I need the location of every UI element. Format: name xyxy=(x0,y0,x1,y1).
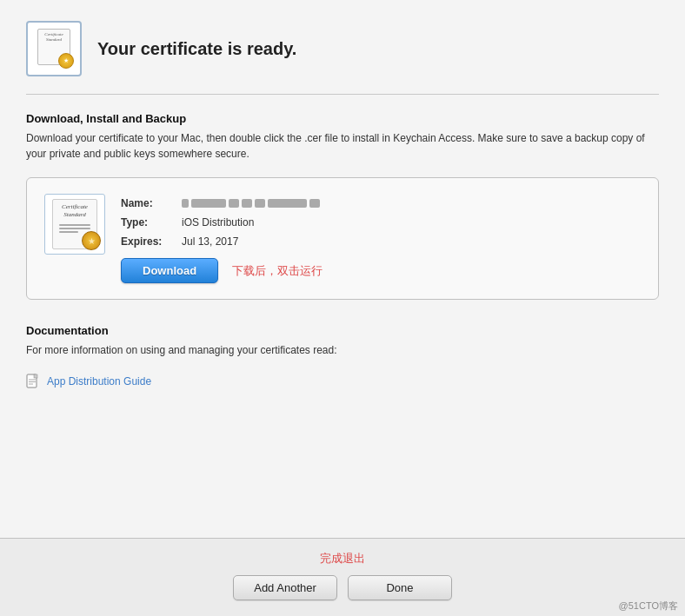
cert-card-icon: CertificateStandard xyxy=(44,194,105,255)
download-section-title: Download, Install and Backup xyxy=(26,112,659,125)
cert-seal-icon: ★ xyxy=(58,53,74,69)
exit-link[interactable]: 完成退出 xyxy=(320,551,365,566)
doc-link-row: App Distribution Guide xyxy=(26,374,659,389)
cert-type-row: Type: iOS Distribution xyxy=(121,216,641,229)
footer-buttons: Add Another Done xyxy=(233,575,452,600)
footer: 完成退出 Add Another Done xyxy=(0,538,685,616)
download-section-desc: Download your certificate to your Mac, t… xyxy=(26,130,659,162)
document-icon xyxy=(26,374,40,389)
doc-section-title: Documentation xyxy=(26,324,659,337)
done-button[interactable]: Done xyxy=(348,575,452,600)
download-install-backup-section: Download, Install and Backup Download yo… xyxy=(26,112,659,162)
main-container: Certificate Standard ★ Your certificate … xyxy=(0,0,685,616)
cert-type-value: iOS Distribution xyxy=(182,216,254,229)
cert-info-panel: Name: Type: iOS Distribution xyxy=(121,194,641,283)
cert-expires-value: Jul 13, 2017 xyxy=(182,235,238,248)
download-button[interactable]: Download xyxy=(121,258,218,283)
expires-label: Expires: xyxy=(121,235,182,248)
app-distribution-guide-link[interactable]: App Distribution Guide xyxy=(47,375,151,387)
cert-card-seal-icon xyxy=(82,231,101,250)
type-label: Type: xyxy=(121,216,182,229)
header-section: Certificate Standard ★ Your certificate … xyxy=(0,0,685,94)
doc-section-desc: For more information on using and managi… xyxy=(26,342,659,358)
svg-rect-1 xyxy=(34,374,37,378)
header-cert-icon: Certificate Standard ★ xyxy=(26,21,82,76)
cert-expires-row: Expires: Jul 13, 2017 xyxy=(121,235,641,248)
page-title: Your certificate is ready. xyxy=(97,39,296,59)
cert-name-row: Name: xyxy=(121,197,641,209)
documentation-section: Documentation For more information on us… xyxy=(26,324,659,389)
add-another-button[interactable]: Add Another xyxy=(233,575,337,600)
cert-name-value xyxy=(182,199,320,208)
certificate-card: CertificateStandard Name: xyxy=(26,177,659,300)
name-label: Name: xyxy=(121,197,182,209)
download-hint: 下载后，双击运行 xyxy=(232,263,323,279)
cert-actions: Download 下载后，双击运行 xyxy=(121,258,641,283)
content-area: Download, Install and Backup Download yo… xyxy=(0,95,685,538)
